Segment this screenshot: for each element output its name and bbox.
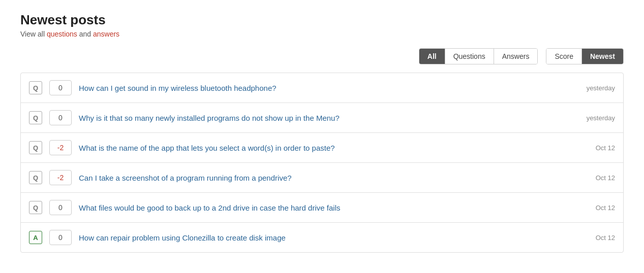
table-row: Q0What files would be good to back up to… bbox=[21, 193, 623, 223]
post-date: yesterday bbox=[579, 84, 615, 92]
subtitle: View all questions and answers bbox=[20, 30, 624, 38]
question-type-icon: Q bbox=[29, 81, 42, 94]
sort-newest-button[interactable]: Newest bbox=[582, 49, 623, 64]
post-title-link[interactable]: Can I take a screenshot of a program run… bbox=[79, 174, 572, 182]
post-title-link[interactable]: What files would be good to back up to a… bbox=[79, 203, 572, 212]
post-date: Oct 12 bbox=[579, 204, 615, 212]
post-date: yesterday bbox=[579, 114, 615, 122]
sort-score-button[interactable]: Score bbox=[546, 49, 582, 64]
posts-list: Q0How can I get sound in my wireless blu… bbox=[20, 73, 624, 253]
score-badge: 0 bbox=[49, 80, 72, 95]
question-type-icon: Q bbox=[29, 171, 42, 184]
answers-link[interactable]: answers bbox=[93, 30, 119, 38]
table-row: Q0How can I get sound in my wireless blu… bbox=[21, 73, 623, 103]
score-badge: -2 bbox=[49, 140, 72, 155]
post-date: Oct 12 bbox=[579, 174, 615, 182]
sort-group: Score Newest bbox=[546, 48, 624, 64]
table-row: Q0Why is it that so many newly installed… bbox=[21, 103, 623, 133]
question-type-icon: Q bbox=[29, 111, 42, 124]
score-badge: 0 bbox=[49, 230, 72, 245]
score-badge: 0 bbox=[49, 110, 72, 125]
filter-answers-button[interactable]: Answers bbox=[494, 49, 538, 64]
table-row: Q-2Can I take a screenshot of a program … bbox=[21, 163, 623, 193]
questions-link[interactable]: questions bbox=[47, 30, 77, 38]
post-title-link[interactable]: What is the name of the app that lets yo… bbox=[79, 144, 572, 152]
filter-all-button[interactable]: All bbox=[419, 49, 445, 64]
filter-questions-button[interactable]: Questions bbox=[445, 49, 494, 64]
table-row: Q-2What is the name of the app that lets… bbox=[21, 133, 623, 163]
score-badge: 0 bbox=[49, 200, 72, 215]
score-badge: -2 bbox=[49, 170, 72, 185]
controls-bar: All Questions Answers Score Newest bbox=[20, 48, 624, 64]
question-type-icon: Q bbox=[29, 141, 42, 154]
post-date: Oct 12 bbox=[579, 144, 615, 152]
page-title: Newest posts bbox=[20, 12, 624, 28]
post-title-link[interactable]: How can I get sound in my wireless bluet… bbox=[79, 84, 572, 92]
filter-group: All Questions Answers bbox=[419, 48, 538, 64]
answer-type-icon: A bbox=[29, 231, 42, 244]
post-date: Oct 12 bbox=[579, 234, 615, 242]
post-title-link[interactable]: How can repair problem using Clonezilla … bbox=[79, 233, 572, 242]
question-type-icon: Q bbox=[29, 201, 42, 214]
post-title-link[interactable]: Why is it that so many newly installed p… bbox=[79, 114, 572, 122]
table-row: A0How can repair problem using Clonezill… bbox=[21, 223, 623, 252]
